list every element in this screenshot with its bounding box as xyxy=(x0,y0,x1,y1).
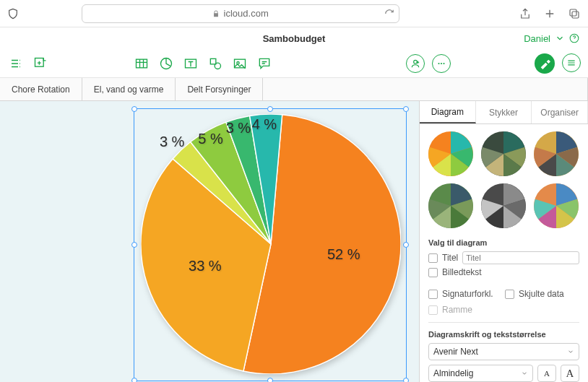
font-family-value: Avenir Next xyxy=(433,347,478,357)
sheet-tabs: Chore Rotation El, vand og varme Delt Fo… xyxy=(0,78,588,101)
browser-chrome-bar: icloud.com xyxy=(0,0,588,27)
title-input[interactable] xyxy=(462,251,579,264)
font-size-decrease-button[interactable]: A xyxy=(537,365,556,382)
legend-checkbox[interactable] xyxy=(428,290,438,299)
resize-handle[interactable] xyxy=(403,242,409,248)
insert-comment-icon[interactable] xyxy=(256,55,273,72)
svg-rect-4 xyxy=(137,59,147,68)
insert-shape-icon[interactable] xyxy=(207,55,224,72)
tabs-icon[interactable] xyxy=(568,7,581,20)
hidden-data-label: Skjulte data xyxy=(519,289,564,299)
title-option-row: Titel xyxy=(428,251,579,264)
title-checkbox[interactable] xyxy=(428,253,438,263)
border-label: Ramme xyxy=(442,305,472,315)
hidden-data-checkbox[interactable] xyxy=(505,290,514,299)
chevron-down-icon xyxy=(521,370,528,377)
divider xyxy=(428,322,579,323)
sheet-tab-1[interactable]: El, vand og varme xyxy=(82,78,176,100)
chart-options-heading: Valg til diagram xyxy=(428,238,579,247)
browser-actions xyxy=(519,7,581,20)
resize-handle[interactable] xyxy=(267,378,273,382)
format-inspector: Diagram Stykker Organiser Valg til diagr… xyxy=(419,101,588,382)
inspector-tabs: Diagram Stykker Organiser xyxy=(420,101,588,124)
caption-option-row: Billedtekst xyxy=(428,267,579,277)
font-section-heading: Diagramskrift og tekststørrelse xyxy=(428,330,579,339)
help-icon[interactable] xyxy=(569,33,579,43)
svg-rect-0 xyxy=(570,9,576,16)
document-title-bar: Sambobudget Daniel xyxy=(0,27,588,49)
main-area: 52 %33 %3 %5 %3 %4 % Diagram Stykker Org… xyxy=(0,101,588,382)
insert-media-icon[interactable] xyxy=(231,55,248,72)
new-tab-icon[interactable] xyxy=(543,7,556,20)
privacy-shield-icon[interactable] xyxy=(7,8,19,19)
chart-style-thumb[interactable] xyxy=(428,131,473,176)
share-icon[interactable] xyxy=(519,7,532,20)
border-checkbox xyxy=(428,305,438,315)
url-text: icloud.com xyxy=(224,8,269,19)
format-panel-icon[interactable] xyxy=(535,53,555,74)
chart-styles-grid xyxy=(428,131,579,228)
svg-point-13 xyxy=(441,62,442,64)
resize-handle[interactable] xyxy=(131,242,137,248)
chart-style-thumb[interactable] xyxy=(534,131,579,176)
title-label: Titel xyxy=(442,253,458,263)
refresh-icon[interactable] xyxy=(384,9,394,19)
resize-handle[interactable] xyxy=(403,106,409,112)
document-title: Sambobudget xyxy=(263,33,326,44)
more-icon[interactable] xyxy=(432,54,451,73)
collaborate-icon[interactable] xyxy=(406,54,425,73)
chart-style-thumb[interactable] xyxy=(481,183,526,228)
chevron-down-icon xyxy=(567,348,574,355)
insert-table-icon[interactable] xyxy=(133,55,150,72)
chevron-down-icon xyxy=(555,33,565,43)
inspector-tab-arrange[interactable]: Organiser xyxy=(532,101,588,123)
border-option-row: Ramme xyxy=(428,305,579,315)
chart-style-thumb[interactable] xyxy=(481,131,526,176)
inspector-body: Valg til diagram Titel Billedtekst Signa… xyxy=(420,124,588,382)
svg-point-8 xyxy=(215,63,220,69)
resize-handle[interactable] xyxy=(403,378,409,382)
svg-point-11 xyxy=(414,60,418,64)
legend-label: Signaturforkl. xyxy=(442,289,493,299)
sheet-tab-blank[interactable] xyxy=(263,78,588,100)
resize-handle[interactable] xyxy=(131,378,137,382)
chart-selection-box xyxy=(134,108,407,381)
insert-chart-icon[interactable] xyxy=(157,55,175,72)
sheet-tab-0[interactable]: Chore Rotation xyxy=(0,78,82,100)
font-size-increase-button[interactable]: A xyxy=(561,365,579,382)
url-bar[interactable]: icloud.com xyxy=(82,4,399,23)
caption-checkbox[interactable] xyxy=(428,268,438,277)
svg-rect-7 xyxy=(210,58,216,64)
font-style-select[interactable]: Almindelig xyxy=(428,365,533,382)
app-toolbar xyxy=(0,49,588,78)
chart-style-thumb[interactable] xyxy=(428,183,473,228)
organize-panel-icon[interactable] xyxy=(562,53,581,72)
svg-rect-1 xyxy=(572,12,579,18)
chart-style-thumb[interactable] xyxy=(534,183,579,228)
hidden-data-option-row: Skjulte data xyxy=(505,289,579,299)
caption-label: Billedtekst xyxy=(442,267,482,277)
lock-icon xyxy=(212,10,220,17)
insert-text-icon[interactable] xyxy=(182,55,199,72)
user-menu[interactable]: Daniel xyxy=(524,33,579,44)
spreadsheet-canvas[interactable]: 52 %33 %3 %5 %3 %4 % xyxy=(0,101,419,382)
user-name: Daniel xyxy=(524,33,550,44)
legend-option-row: Signaturforkl. xyxy=(428,289,502,299)
resize-handle[interactable] xyxy=(267,106,273,112)
svg-point-14 xyxy=(443,62,444,64)
inspector-tab-wedges[interactable]: Stykker xyxy=(476,101,532,123)
resize-handle[interactable] xyxy=(131,106,137,112)
view-menu-icon[interactable] xyxy=(7,55,25,72)
inspector-tab-chart[interactable]: Diagram xyxy=(420,101,476,123)
font-style-value: Almindelig xyxy=(433,368,473,378)
font-family-select[interactable]: Avenir Next xyxy=(428,343,579,360)
sheet-tab-2[interactable]: Delt Forsyninger xyxy=(176,78,263,100)
add-sheet-icon[interactable] xyxy=(32,55,49,72)
svg-point-12 xyxy=(438,62,439,64)
